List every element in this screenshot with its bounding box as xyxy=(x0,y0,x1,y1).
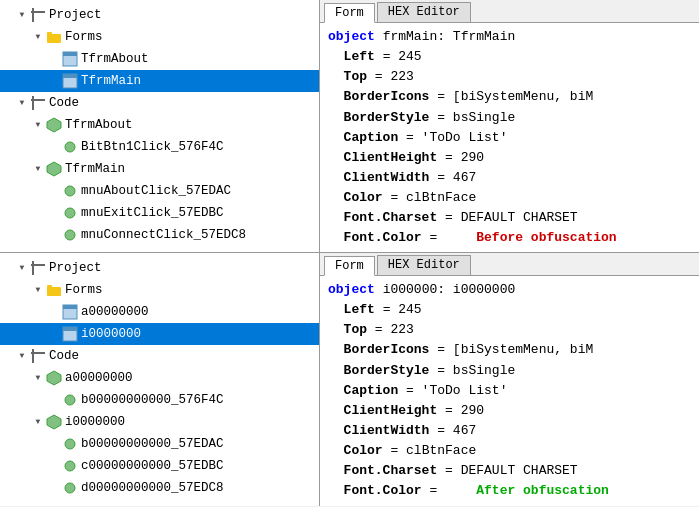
code-line-3-bot: Top = 223 xyxy=(328,320,691,340)
tree-item-code-bot[interactable]: ▼ Code xyxy=(0,345,319,367)
tree-item-c000[interactable]: c00000000000_57EDBC xyxy=(0,455,319,477)
tree-item-project-top[interactable]: ▼ Project xyxy=(0,4,319,26)
method-icon-bitbtn xyxy=(62,139,78,155)
tree-item-forms-bot[interactable]: ▼ Forms xyxy=(0,279,319,301)
code-line-1-top: object frmMain: TfrmMain xyxy=(328,27,691,47)
expand-mnuexit xyxy=(48,207,60,219)
label-tfrmabout-class: TfrmAbout xyxy=(65,115,133,135)
prop-color-bot: Color xyxy=(344,443,383,458)
label-after-obfuscation: After obfuscation xyxy=(476,483,609,498)
code-line-11-top: Font.Color = Before obfuscation xyxy=(328,228,691,248)
expand-forms-top[interactable]: ▼ xyxy=(32,31,44,43)
prop-borderstyle-bot: BorderStyle xyxy=(344,363,430,378)
prop-fontcharset-top: Font.Charset xyxy=(344,210,438,225)
form-icon-i0000000 xyxy=(62,326,78,342)
prop-clientheight-bot: ClientHeight xyxy=(344,403,438,418)
folder-icon-top xyxy=(46,29,62,45)
tree-item-mnuconnect[interactable]: mnuConnectClick_57EDC8 xyxy=(0,224,319,246)
tree-item-mnuexit[interactable]: mnuExitClick_57EDBC xyxy=(0,202,319,224)
expand-mnuconnect xyxy=(48,229,60,241)
svg-rect-19 xyxy=(47,287,61,296)
prop-caption-top: Caption xyxy=(344,130,399,145)
expand-tfrmmain-class[interactable]: ▼ xyxy=(32,163,44,175)
expand-bitbtn xyxy=(48,141,60,153)
svg-point-28 xyxy=(65,395,75,405)
project-icon-bot xyxy=(30,260,46,276)
svg-rect-1 xyxy=(31,11,45,13)
tree-item-code-top[interactable]: ▼ Code xyxy=(0,92,319,114)
tree-item-bitbtn[interactable]: BitBtn1Click_576F4C xyxy=(0,136,319,158)
tree-item-i0000000-class[interactable]: ▼ i0000000 xyxy=(0,411,319,433)
expand-i0000000-class[interactable]: ▼ xyxy=(32,416,44,428)
code-line-7-top: ClientHeight = 290 xyxy=(328,148,691,168)
code-line-9-bot: Color = clBtnFace xyxy=(328,441,691,461)
form-icon-tfrmabout xyxy=(62,51,78,67)
class-icon-tfrmabout xyxy=(46,117,62,133)
svg-rect-0 xyxy=(32,8,34,22)
tree-item-i0000000[interactable]: i0000000 xyxy=(0,323,319,345)
label-tfrmabout: TfrmAbout xyxy=(81,49,149,69)
expand-tfrmmain xyxy=(48,75,60,87)
label-i0000000-class: i0000000 xyxy=(65,412,125,432)
svg-marker-10 xyxy=(47,118,61,132)
folder-icon-bot xyxy=(46,282,62,298)
bottom-tabs: Form HEX Editor xyxy=(320,253,699,276)
code-line-9-top: Color = clBtnFace xyxy=(328,188,691,208)
tree-item-tfrmmain[interactable]: TfrmMain xyxy=(0,70,319,92)
svg-point-16 xyxy=(65,230,75,240)
tree-item-b000-2[interactable]: b00000000000_57EDAC xyxy=(0,433,319,455)
code-line-2-top: Left = 245 xyxy=(328,47,691,67)
expand-code-top[interactable]: ▼ xyxy=(16,97,28,109)
expand-code-bot[interactable]: ▼ xyxy=(16,350,28,362)
code-line-10-top: Font.Charset = DEFAULT CHARSET xyxy=(328,208,691,228)
svg-rect-7 xyxy=(63,74,77,78)
prop-top-bot: Top xyxy=(344,322,367,337)
svg-marker-29 xyxy=(47,415,61,429)
tree-item-d000[interactable]: d00000000000_57EDC8 xyxy=(0,477,319,499)
code-line-8-top: ClientWidth = 467 xyxy=(328,168,691,188)
expand-forms-bot[interactable]: ▼ xyxy=(32,284,44,296)
svg-rect-9 xyxy=(31,99,45,101)
tab-hex-top[interactable]: HEX Editor xyxy=(377,2,471,22)
svg-rect-25 xyxy=(32,349,34,363)
label-bitbtn: BitBtn1Click_576F4C xyxy=(81,137,224,157)
label-mnuconnect: mnuConnectClick_57EDC8 xyxy=(81,225,246,245)
prop-clientheight-top: ClientHeight xyxy=(344,150,438,165)
prop-fontcolor-top: Font.Color xyxy=(344,230,422,245)
tree-item-a00000000[interactable]: a00000000 xyxy=(0,301,319,323)
tree-item-mnuabout[interactable]: mnuAboutClick_57EDAC xyxy=(0,180,319,202)
expand-a00000000-class[interactable]: ▼ xyxy=(32,372,44,384)
tree-item-forms-top[interactable]: ▼ Forms xyxy=(0,26,319,48)
expand-d000 xyxy=(48,482,60,494)
tab-hex-bot[interactable]: HEX Editor xyxy=(377,255,471,275)
svg-rect-20 xyxy=(47,285,52,288)
code-classname-bot: i000000: i0000000 xyxy=(383,282,516,297)
tab-form-bot[interactable]: Form xyxy=(324,256,375,276)
form-icon-a00000000 xyxy=(62,304,78,320)
kw-object-bot: object xyxy=(328,282,375,297)
tree-item-project-bot[interactable]: ▼ Project xyxy=(0,257,319,279)
top-tree-pane: ▼ Project ▼ Forms TfrmAbo xyxy=(0,0,320,252)
svg-point-14 xyxy=(65,186,75,196)
bottom-code-pane: Form HEX Editor object i000000: i0000000… xyxy=(320,253,699,506)
code-line-10-bot: Font.Charset = DEFAULT CHARSET xyxy=(328,461,691,481)
tab-form-top[interactable]: Form xyxy=(324,3,375,23)
svg-point-31 xyxy=(65,461,75,471)
svg-rect-2 xyxy=(47,34,61,43)
tree-item-a00000000-class[interactable]: ▼ a00000000 xyxy=(0,367,319,389)
expand-tfrmabout-class[interactable]: ▼ xyxy=(32,119,44,131)
code-line-5-top: BorderStyle = bsSingle xyxy=(328,108,691,128)
expand-project-bot[interactable]: ▼ xyxy=(16,262,28,274)
svg-rect-24 xyxy=(63,327,77,331)
expand-project-top[interactable]: ▼ xyxy=(16,9,28,21)
tree-item-tfrmabout-class[interactable]: ▼ TfrmAbout xyxy=(0,114,319,136)
tree-item-tfrmmain-class[interactable]: ▼ TfrmMain xyxy=(0,158,319,180)
prop-bordericons-bot: BorderIcons xyxy=(344,342,430,357)
top-tabs: Form HEX Editor xyxy=(320,0,699,23)
expand-b000-1 xyxy=(48,394,60,406)
tree-item-b000-1[interactable]: b00000000000_576F4C xyxy=(0,389,319,411)
tree-item-tfrmabout[interactable]: TfrmAbout xyxy=(0,48,319,70)
code-line-6-top: Caption = 'ToDo List' xyxy=(328,128,691,148)
expand-a00000000 xyxy=(48,306,60,318)
bottom-panel: ▼ Project ▼ Forms a000000 xyxy=(0,253,699,506)
